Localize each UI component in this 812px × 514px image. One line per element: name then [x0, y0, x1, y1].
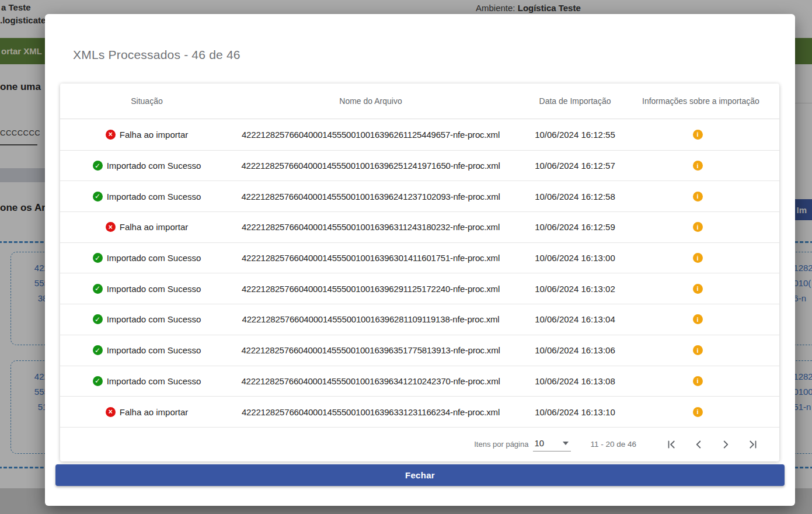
column-header-situacao: Situação [60, 96, 234, 106]
file-name: 4222128257660400014555001001639625124197… [241, 161, 500, 171]
pagination-bar: Itens por página 10 11 - 20 de 46 [60, 427, 779, 461]
status-label: Importado com Sucesso [107, 253, 201, 263]
success-icon: ✓ [93, 192, 103, 202]
column-header-data-importacao: Data de Importação [508, 96, 642, 106]
application-window: a Teste .logisticate Ambiente: Logística… [0, 0, 812, 514]
status-label: Falha ao importar [120, 407, 189, 417]
modal-title: XMLs Processados - 46 de 46 [73, 48, 241, 62]
file-name: 4222128257660400014555001001639629112517… [242, 284, 500, 294]
items-per-page-select[interactable]: 10 [533, 437, 571, 452]
table-row: ✓ Importado com Sucesso 4222128257660400… [60, 273, 779, 304]
processed-xmls-table: Situação Nome do Arquivo Data de Importa… [60, 84, 779, 461]
info-icon[interactable]: i [693, 314, 703, 324]
info-icon[interactable]: i [693, 192, 703, 202]
error-icon: × [106, 407, 116, 417]
import-date: 10/06/2024 16:12:57 [535, 161, 615, 171]
chevron-left-icon [692, 438, 705, 451]
table-row: ✓ Importado com Sucesso 4222128257660400… [60, 366, 779, 397]
status-label: Falha ao importar [120, 130, 189, 140]
success-icon: ✓ [93, 314, 103, 324]
import-date: 10/06/2024 16:13:02 [535, 284, 615, 294]
table-body: × Falha ao importar 42221282576604000145… [60, 119, 779, 427]
first-page-button[interactable] [665, 438, 678, 451]
fechar-button[interactable]: Fechar [55, 464, 785, 486]
first-page-icon [665, 438, 678, 451]
status-label: Importado com Sucesso [107, 376, 201, 386]
table-row: ✓ Importado com Sucesso 4222128257660400… [60, 304, 779, 335]
info-icon[interactable]: i [693, 161, 703, 171]
import-date: 10/06/2024 16:12:55 [535, 130, 615, 140]
file-name: 4222128257660400014555001001639631124318… [242, 222, 500, 232]
pagination-nav [665, 438, 759, 451]
import-date: 10/06/2024 16:12:59 [535, 222, 615, 232]
info-icon[interactable]: i [693, 284, 703, 294]
error-icon: × [106, 222, 116, 232]
success-icon: ✓ [93, 161, 103, 171]
info-icon[interactable]: i [693, 407, 703, 417]
success-icon: ✓ [93, 284, 103, 294]
table-row: ✓ Importado com Sucesso 4222128257660400… [60, 242, 779, 273]
chevron-down-icon [563, 442, 569, 445]
table-row: ✓ Importado com Sucesso 4222128257660400… [60, 335, 779, 366]
info-icon[interactable]: i [693, 376, 703, 386]
next-page-button[interactable] [719, 438, 732, 451]
import-date: 10/06/2024 16:13:06 [535, 345, 615, 355]
error-icon: × [106, 130, 116, 140]
previous-page-button[interactable] [692, 438, 705, 451]
items-per-page-value: 10 [534, 438, 544, 448]
xmls-processados-modal: XMLs Processados - 46 de 46 Situação Nom… [45, 14, 795, 506]
pagination-range-label: 11 - 20 de 46 [590, 440, 636, 449]
table-row: × Falha ao importar 42221282576604000145… [60, 396, 779, 427]
file-name: 4222128257660400014555001001639630141160… [242, 253, 500, 263]
status-label: Importado com Sucesso [107, 192, 201, 202]
table-row: × Falha ao importar 42221282576604000145… [60, 211, 779, 242]
column-header-informacoes: Informações sobre a importação [642, 96, 753, 106]
success-icon: ✓ [93, 345, 103, 355]
chevron-right-icon [719, 438, 732, 451]
last-page-button[interactable] [746, 438, 759, 451]
success-icon: ✓ [93, 376, 103, 386]
table-header-row: Situação Nome do Arquivo Data de Importa… [60, 84, 779, 119]
import-date: 10/06/2024 16:13:10 [535, 407, 615, 417]
file-name: 4222128257660400014555001001639626112544… [242, 130, 500, 140]
file-name: 4222128257660400014555001001639634121024… [241, 376, 500, 386]
table-row: ✓ Importado com Sucesso 4222128257660400… [60, 180, 779, 211]
last-page-icon [746, 438, 759, 451]
import-date: 10/06/2024 16:13:04 [535, 314, 615, 324]
file-name: 4222128257660400014555001001639633123116… [242, 407, 500, 417]
status-label: Importado com Sucesso [107, 345, 201, 355]
file-name: 4222128257660400014555001001639624123710… [241, 192, 500, 202]
info-icon[interactable]: i [693, 253, 703, 263]
table-row: ✓ Importado com Sucesso 4222128257660400… [60, 150, 779, 181]
status-label: Importado com Sucesso [107, 284, 201, 294]
info-icon[interactable]: i [693, 222, 703, 232]
success-icon: ✓ [93, 253, 103, 263]
table-row: × Falha ao importar 42221282576604000145… [60, 119, 779, 150]
import-date: 10/06/2024 16:13:00 [535, 253, 615, 263]
status-label: Importado com Sucesso [107, 161, 201, 171]
status-label: Importado com Sucesso [107, 314, 201, 324]
import-date: 10/06/2024 16:13:08 [535, 376, 615, 386]
column-header-nome-do-arquivo: Nome do Arquivo [234, 96, 508, 106]
status-label: Falha ao importar [120, 222, 189, 232]
info-icon[interactable]: i [693, 345, 703, 355]
info-icon[interactable]: i [693, 130, 703, 140]
import-date: 10/06/2024 16:12:58 [535, 192, 615, 202]
items-per-page-label: Itens por página [474, 440, 528, 449]
file-name: 4222128257660400014555001001639635177581… [241, 345, 500, 355]
file-name: 4222128257660400014555001001639628110911… [242, 314, 500, 324]
